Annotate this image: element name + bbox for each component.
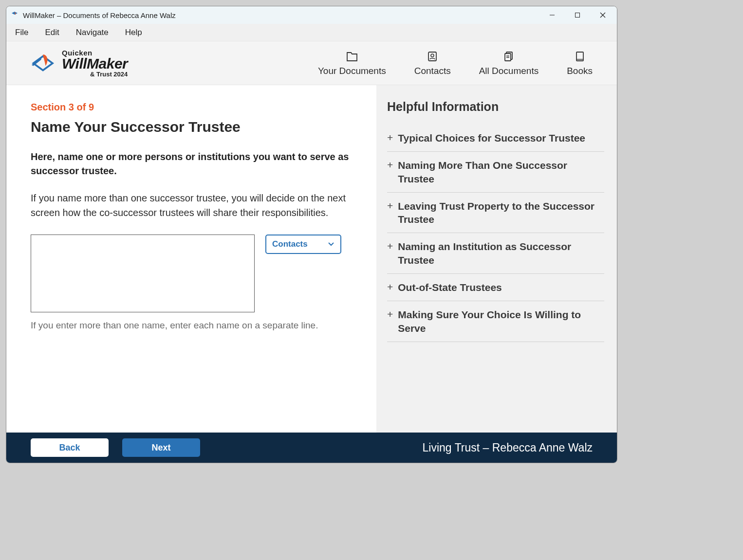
book-icon — [574, 50, 586, 63]
menu-navigate[interactable]: Navigate — [76, 28, 109, 37]
plus-icon: + — [387, 240, 393, 252]
help-item-label: Out-of-State Trustees — [398, 281, 502, 294]
input-help-text: If you enter more than one name, enter e… — [31, 320, 362, 331]
help-item-naming-more[interactable]: + Naming More Than One Successor Trustee — [387, 152, 604, 193]
folder-icon — [346, 50, 358, 63]
contacts-dropdown[interactable]: Contacts — [265, 235, 341, 254]
help-item-label: Making Sure Your Choice Is Willing to Se… — [398, 308, 604, 335]
footer-document-name: Living Trust – Rebecca Anne Walz — [423, 441, 593, 454]
nav-contacts[interactable]: Contacts — [414, 50, 451, 76]
svg-point-5 — [431, 54, 434, 57]
plus-icon: + — [387, 281, 393, 293]
help-item-label: Naming an Institution as Successor Trust… — [398, 240, 604, 267]
window-title: WillMaker – Documents of Rebecca Anne Wa… — [23, 11, 176, 19]
nav-your-documents[interactable]: Your Documents — [318, 50, 386, 76]
page-title: Name Your Successor Trustee — [31, 119, 362, 135]
nav-all-documents[interactable]: All Documents — [479, 50, 539, 76]
successor-trustee-input[interactable] — [31, 235, 255, 312]
svg-rect-4 — [428, 52, 436, 61]
help-item-typical-choices[interactable]: + Typical Choices for Successor Trustee — [387, 125, 604, 152]
footer: Back Next Living Trust – Rebecca Anne Wa… — [6, 433, 617, 463]
close-button[interactable] — [595, 8, 610, 22]
menubar: File Edit Navigate Help — [6, 24, 617, 41]
nav-books[interactable]: Books — [567, 50, 593, 76]
chevron-down-icon — [328, 242, 334, 247]
nav-label: Books — [567, 66, 593, 76]
sidebar: Helpful Information + Typical Choices fo… — [376, 85, 617, 433]
logo-text: Quicken WillMaker & Trust 2024 — [62, 49, 128, 77]
help-item-label: Typical Choices for Successor Trustee — [398, 131, 585, 145]
menu-help[interactable]: Help — [125, 28, 142, 37]
next-button[interactable]: Next — [122, 438, 200, 457]
help-item-willing-to-serve[interactable]: + Making Sure Your Choice Is Willing to … — [387, 301, 604, 342]
nav-label: Contacts — [414, 66, 451, 76]
logo-icon — [31, 50, 57, 76]
app-icon — [10, 11, 19, 19]
plus-icon: + — [387, 131, 393, 144]
page-lead: Here, name one or more persons or instit… — [31, 150, 362, 178]
help-item-leaving-property[interactable]: + Leaving Trust Property to the Successo… — [387, 193, 604, 234]
svg-rect-1 — [576, 13, 580, 18]
help-item-label: Leaving Trust Property to the Successor … — [398, 199, 604, 226]
nav-actions: Your Documents Contacts All Documents Bo… — [318, 50, 593, 76]
dropdown-label: Contacts — [272, 239, 308, 249]
main-column: Section 3 of 9 Name Your Successor Trust… — [6, 85, 376, 433]
nav-label: Your Documents — [318, 66, 386, 76]
section-label: Section 3 of 9 — [31, 102, 362, 113]
navbar: Quicken WillMaker & Trust 2024 Your Docu… — [6, 41, 617, 85]
logo-brand-tag: & Trust 2024 — [90, 71, 128, 77]
plus-icon: + — [387, 159, 393, 171]
plus-icon: + — [387, 308, 393, 320]
back-button[interactable]: Back — [31, 438, 109, 457]
titlebar: WillMaker – Documents of Rebecca Anne Wa… — [6, 6, 617, 24]
menu-edit[interactable]: Edit — [45, 28, 59, 37]
page-description: If you name more than one successor trus… — [31, 191, 362, 220]
menu-file[interactable]: File — [15, 28, 28, 37]
app-window: WillMaker – Documents of Rebecca Anne Wa… — [6, 6, 617, 463]
logo-brand-main: WillMaker — [62, 56, 128, 71]
content: Section 3 of 9 Name Your Successor Trust… — [6, 85, 617, 433]
help-item-label: Naming More Than One Successor Trustee — [398, 159, 604, 185]
documents-icon — [502, 50, 515, 63]
minimize-button[interactable] — [545, 8, 559, 22]
sidebar-title: Helpful Information — [387, 100, 604, 114]
maximize-button[interactable] — [570, 8, 585, 22]
window-controls — [545, 8, 613, 22]
nav-label: All Documents — [479, 66, 539, 76]
plus-icon: + — [387, 199, 393, 212]
input-row: Contacts — [31, 235, 362, 312]
help-item-out-of-state[interactable]: + Out-of-State Trustees — [387, 274, 604, 301]
help-item-institution[interactable]: + Naming an Institution as Successor Tru… — [387, 233, 604, 274]
contacts-icon — [426, 50, 439, 63]
app-logo: Quicken WillMaker & Trust 2024 — [31, 49, 128, 77]
